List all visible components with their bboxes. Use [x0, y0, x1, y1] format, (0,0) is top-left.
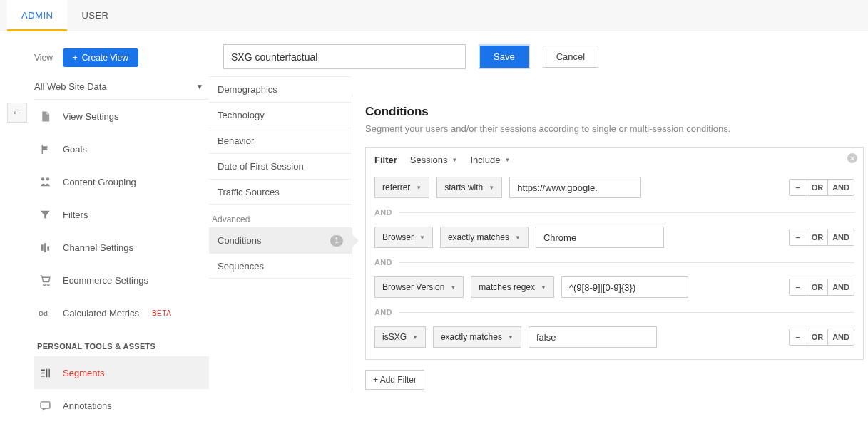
cat-demographics[interactable]: Demographics [209, 76, 352, 102]
nav-filters[interactable]: Filters [34, 198, 209, 231]
nav-label: Goals [63, 144, 87, 155]
conditions-count-badge: 1 [330, 235, 343, 247]
and-button[interactable]: AND [827, 329, 854, 346]
cat-sequences[interactable]: Sequences [209, 253, 352, 279]
value-input[interactable] [536, 227, 664, 248]
close-icon[interactable]: ✕ [847, 153, 857, 163]
back-button[interactable]: ← [7, 103, 27, 123]
group-icon [37, 176, 53, 188]
operator-dropdown[interactable]: exactly matches ▼ [440, 227, 529, 248]
remove-button[interactable]: – [789, 179, 807, 196]
tab-user[interactable]: USER [67, 0, 123, 31]
caret-down-icon: ▼ [508, 334, 514, 341]
operator-dropdown[interactable]: exactly matches ▼ [433, 326, 521, 348]
nav-label: Calculated Metrics [63, 308, 139, 319]
nav-label: Annotations [63, 400, 112, 411]
condition-row: Browser Version ▼ matches regex ▼ – OR A… [374, 275, 854, 299]
svg-rect-3 [41, 401, 50, 408]
caret-down-icon: ▼ [419, 234, 425, 241]
chip-label: exactly matches [448, 232, 509, 242]
arrow-left-icon: ← [11, 106, 23, 119]
cat-label: Conditions [218, 235, 261, 246]
and-separator: AND [374, 208, 854, 217]
flag-icon [37, 143, 53, 155]
cancel-button[interactable]: Cancel [543, 46, 598, 68]
nav-label: Filters [63, 210, 88, 220]
or-button[interactable]: OR [807, 279, 829, 296]
cart-icon [37, 274, 53, 286]
cat-technology[interactable]: Technology [209, 102, 352, 128]
data-select-value: All Web Site Data [34, 81, 107, 92]
segment-name-input[interactable] [223, 44, 466, 69]
operator-dropdown[interactable]: matches regex ▼ [471, 276, 554, 298]
or-button[interactable]: OR [807, 329, 829, 346]
nav-content-grouping[interactable]: Content Grouping [34, 165, 209, 198]
dimension-dropdown[interactable]: isSXG ▼ [374, 326, 426, 348]
nav-ecommerce-settings[interactable]: Ecommerce Settings [34, 264, 209, 296]
nav-goals[interactable]: Goals [34, 133, 209, 165]
value-input[interactable] [561, 276, 688, 298]
condition-row: Browser ▼ exactly matches ▼ – OR AND [374, 225, 854, 249]
value-input[interactable] [529, 326, 657, 348]
chip-label: matches regex [479, 282, 535, 292]
caret-down-icon: ▼ [489, 185, 494, 191]
view-label: View [34, 53, 53, 63]
nav-view-settings[interactable]: View Settings [34, 100, 209, 133]
personal-header: PERSONAL TOOLS & ASSETS [34, 329, 209, 356]
tab-admin[interactable]: ADMIN [7, 0, 67, 31]
add-filter-button[interactable]: + Add Filter [365, 370, 424, 390]
channel-icon [37, 242, 53, 254]
and-button[interactable]: AND [827, 179, 854, 196]
svg-point-1 [46, 177, 48, 180]
nav-label: Channel Settings [63, 242, 133, 253]
top-tabs: ADMIN USER [0, 0, 868, 31]
nav-segments[interactable]: Segments [34, 356, 209, 389]
create-view-button[interactable]: + Create View [63, 48, 138, 67]
chip-label: Browser Version [382, 282, 444, 292]
chip-label: referrer [382, 182, 410, 192]
chip-label: isSXG [382, 332, 407, 342]
operator-dropdown[interactable]: starts with ▼ [436, 177, 502, 198]
chip-label: exactly matches [441, 332, 502, 342]
caret-down-icon: ▼ [515, 234, 521, 241]
caret-down-icon: ▼ [541, 284, 546, 291]
remove-button[interactable]: – [789, 229, 807, 246]
segments-icon [37, 367, 53, 379]
cat-conditions[interactable]: Conditions 1 [209, 227, 352, 253]
mode-value: Include [470, 155, 500, 165]
and-button[interactable]: AND [827, 279, 854, 296]
chip-label: Browser [382, 232, 414, 242]
dimension-dropdown[interactable]: Browser Version ▼ [374, 276, 464, 298]
nav-calculated-metrics[interactable]: Dd Calculated Metrics BETA [34, 296, 209, 329]
cat-behavior[interactable]: Behavior [209, 128, 352, 153]
scope-value: Sessions [410, 155, 448, 165]
remove-button[interactable]: – [789, 279, 807, 296]
caret-down-icon: ▼ [452, 157, 458, 163]
remove-button[interactable]: – [789, 329, 807, 346]
create-view-label: Create View [82, 53, 128, 63]
and-separator: AND [374, 258, 854, 267]
cat-first-session[interactable]: Date of First Session [209, 153, 352, 179]
dimension-dropdown[interactable]: referrer ▼ [374, 177, 429, 198]
nav-channel-settings[interactable]: Channel Settings [34, 231, 209, 264]
annotation-icon [37, 400, 53, 412]
nav-label: Ecommerce Settings [63, 275, 148, 286]
svg-text:Dd: Dd [39, 309, 48, 317]
dimension-dropdown[interactable]: Browser ▼ [374, 227, 433, 248]
beta-badge: BETA [152, 309, 171, 317]
category-list: Demographics Technology Behavior Date of… [209, 76, 352, 205]
and-button[interactable]: AND [827, 229, 854, 246]
or-button[interactable]: OR [807, 229, 829, 246]
or-button[interactable]: OR [807, 179, 829, 196]
value-input[interactable] [509, 177, 641, 198]
nav-annotations[interactable]: Annotations [34, 389, 209, 422]
data-select[interactable]: All Web Site Data ▼ [34, 74, 209, 100]
conditions-subtitle: Segment your users and/or their sessions… [365, 123, 864, 134]
scope-dropdown[interactable]: Sessions ▼ [410, 155, 458, 165]
chip-label: starts with [444, 182, 483, 192]
caret-down-icon: ▼ [504, 157, 510, 163]
mode-dropdown[interactable]: Include ▼ [470, 155, 510, 165]
cat-traffic-sources[interactable]: Traffic Sources [209, 179, 352, 205]
save-button[interactable]: Save [480, 46, 529, 68]
advanced-header: Advanced [209, 205, 352, 227]
